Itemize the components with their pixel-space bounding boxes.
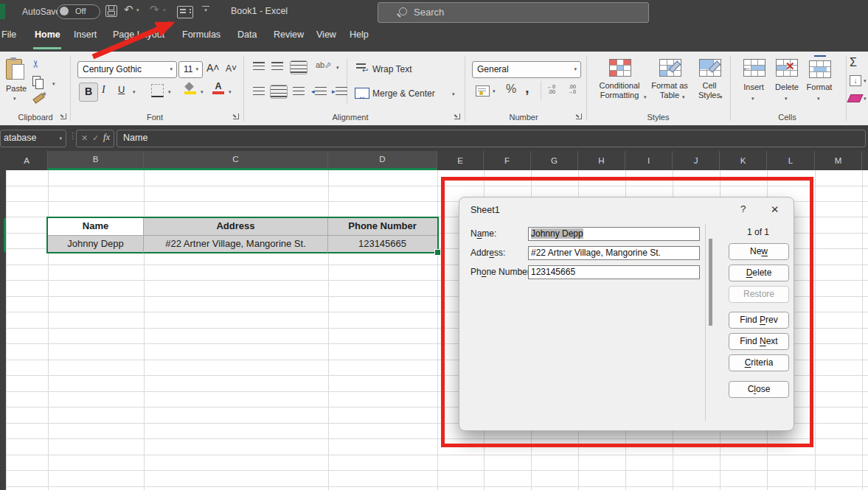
name-box[interactable]: atabase ▾ [0, 130, 66, 147]
column-header-G[interactable]: G [531, 151, 578, 170]
tab-help[interactable]: Help [350, 29, 369, 40]
insert-label[interactable]: Insert [737, 83, 770, 92]
font-name-combo[interactable]: Century Gothic▾ [77, 61, 177, 78]
column-header-M[interactable]: M [815, 151, 862, 170]
formula-input[interactable]: Name [117, 130, 866, 147]
column-header-K[interactable]: K [720, 151, 767, 170]
table-header-cell[interactable]: Name [48, 218, 144, 235]
top-align-icon[interactable] [253, 62, 265, 70]
orientation-chevron-icon[interactable]: ▾ [336, 65, 339, 71]
column-header-H[interactable]: H [578, 151, 625, 170]
tab-insert[interactable]: Insert [74, 29, 97, 40]
comma-style-icon[interactable]: , [525, 80, 530, 97]
conditional-formatting-icon[interactable] [609, 59, 631, 77]
tab-formulas[interactable]: Formulas [182, 29, 221, 40]
borders-chevron-icon[interactable]: ▾ [168, 89, 171, 95]
increase-decimal-icon[interactable]: ←0.00 [547, 84, 555, 94]
italic-button[interactable]: I [102, 84, 105, 96]
format-cells-icon[interactable] [809, 60, 831, 78]
save-icon[interactable] [105, 5, 117, 17]
undo-chevron-icon[interactable]: ▾ [136, 7, 139, 13]
merge-center-label[interactable]: Merge & Center [372, 88, 435, 99]
format-painter-icon[interactable] [32, 93, 44, 103]
delete-chevron-icon[interactable]: ▾ [785, 96, 788, 102]
name-box-chevron-icon[interactable]: ▾ [59, 136, 62, 141]
number-format-combo[interactable]: General▾ [472, 61, 581, 78]
merge-center-icon[interactable]: ↔ [355, 88, 369, 99]
conditional-formatting-label[interactable]: Conditional Formatting [594, 81, 645, 100]
wrap-text-label[interactable]: Wrap Text [372, 64, 412, 74]
fill-icon[interactable]: ↓ [850, 75, 861, 86]
format-as-table-chevron-icon[interactable]: ▾ [682, 94, 685, 100]
search-box[interactable]: Search [378, 2, 649, 23]
column-header-A[interactable]: A [6, 151, 48, 170]
borders-icon[interactable] [151, 84, 164, 97]
format-as-table-icon[interactable] [659, 59, 681, 77]
orientation-icon[interactable]: ab⬀ [316, 60, 331, 70]
tab-review[interactable]: Review [274, 29, 304, 40]
increase-indent-icon[interactable] [336, 87, 347, 95]
table-cell[interactable]: Johnny Depp [48, 236, 144, 253]
delete-cells-icon[interactable]: ✕ [776, 59, 798, 77]
percent-style-icon[interactable]: % [506, 83, 516, 96]
font-color-icon[interactable]: A [212, 81, 224, 94]
clipboard-dialog-launcher-icon[interactable] [60, 113, 66, 119]
table-header-cell[interactable]: Address [144, 218, 328, 235]
column-header-L[interactable]: L [767, 151, 815, 170]
paste-label[interactable]: Paste [6, 84, 25, 93]
increase-font-size-icon[interactable]: A˄ [206, 62, 220, 74]
paste-chevron-icon[interactable]: ▾ [13, 96, 16, 102]
column-header-C[interactable]: C [144, 151, 328, 170]
quick-access-customize-icon[interactable]: ▾ [202, 6, 209, 13]
merge-center-chevron-icon[interactable]: ▾ [452, 91, 455, 97]
decrease-indent-icon[interactable] [315, 87, 327, 95]
clear-icon[interactable] [847, 94, 863, 102]
center-icon[interactable] [270, 85, 288, 99]
fill-color-icon[interactable] [184, 83, 196, 94]
cell-styles-chevron-icon[interactable]: ▾ [720, 94, 723, 100]
decrease-decimal-icon[interactable]: .00→0 [568, 84, 576, 94]
autosum-icon[interactable]: Σ [850, 56, 857, 69]
bottom-align-icon[interactable] [290, 60, 308, 74]
column-header-F[interactable]: F [484, 151, 531, 170]
underline-button[interactable]: U [118, 84, 125, 95]
font-size-combo[interactable]: 11▾ [178, 61, 203, 78]
tab-file[interactable]: File [1, 29, 16, 40]
data-form-icon[interactable] [177, 6, 193, 18]
selected-data-table[interactable]: NameAddressPhone Number Johnny Depp#22 A… [46, 217, 439, 253]
format-chevron-icon[interactable]: ▾ [817, 96, 820, 102]
align-right-icon[interactable] [293, 87, 305, 95]
table-header-cell[interactable]: Phone Number [328, 218, 437, 235]
copy-chevron-icon[interactable]: ▾ [52, 81, 55, 87]
autosave-toggle[interactable]: Off [57, 4, 100, 19]
align-left-icon[interactable] [253, 87, 265, 95]
column-header-D[interactable]: D [328, 151, 437, 170]
enter-icon[interactable]: ✓ [92, 133, 99, 143]
table-cell[interactable]: #22 Artner Village, Mangorine St. [144, 236, 328, 253]
cancel-icon[interactable]: ✕ [81, 133, 88, 143]
column-header-I[interactable]: I [625, 151, 673, 170]
bold-button[interactable]: B [79, 83, 98, 102]
conditional-formatting-chevron-icon[interactable]: ▾ [644, 94, 647, 100]
fill-chevron-icon[interactable]: ▾ [864, 78, 867, 84]
insert-chevron-icon[interactable]: ▾ [751, 96, 754, 102]
column-header-B[interactable]: B [48, 151, 144, 170]
insert-function-icon[interactable]: fx [103, 132, 110, 143]
tab-home[interactable]: Home [35, 29, 60, 40]
insert-cells-icon[interactable]: ← [743, 59, 765, 77]
delete-label[interactable]: Delete [770, 83, 804, 92]
accounting-chevron-icon[interactable]: ▾ [493, 88, 496, 94]
decrease-font-size-icon[interactable]: A˅ [226, 63, 237, 74]
alignment-dialog-launcher-icon[interactable] [454, 113, 460, 119]
clear-chevron-icon[interactable]: ▾ [864, 96, 867, 102]
column-header-J[interactable]: J [673, 151, 720, 170]
fill-color-chevron-icon[interactable]: ▾ [201, 89, 204, 95]
format-label[interactable]: Format [802, 83, 836, 92]
font-color-chevron-icon[interactable]: ▾ [229, 89, 232, 95]
paste-icon[interactable] [6, 57, 25, 80]
table-cell[interactable]: 123145665 [328, 236, 437, 253]
fill-handle[interactable] [434, 249, 441, 256]
tab-page-layout[interactable]: Page Layout [113, 29, 164, 40]
cut-icon[interactable]: ✂ [30, 60, 41, 68]
number-dialog-launcher-icon[interactable] [576, 113, 582, 119]
